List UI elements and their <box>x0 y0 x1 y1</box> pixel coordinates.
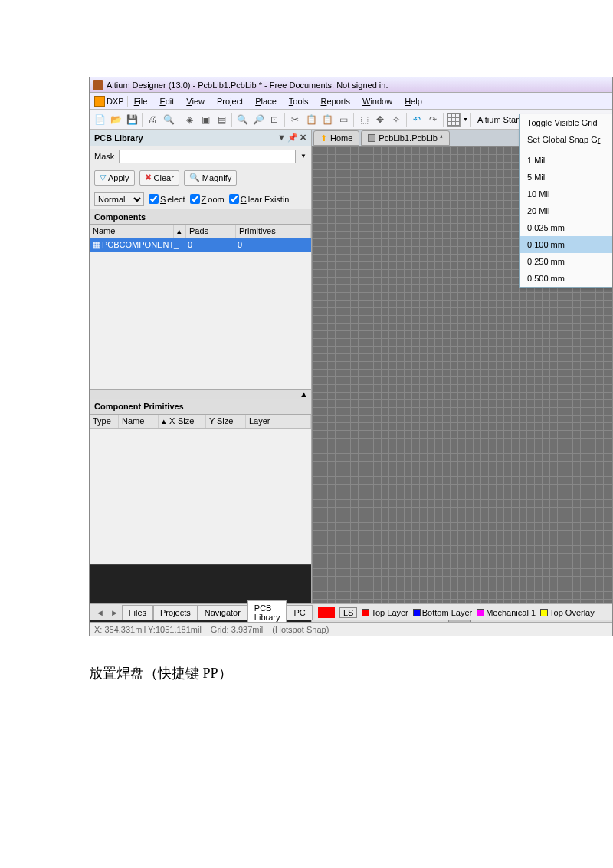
page-caption: 放置焊盘（快捷键 PP） <box>89 664 232 682</box>
menu-reports[interactable]: Reports <box>314 95 356 107</box>
layer-tabs: LS Top Layer Bottom Layer Mechanical 1 T… <box>315 603 612 620</box>
tabs-right-icon[interactable]: ► <box>107 608 122 617</box>
layer-ls[interactable]: LS <box>339 607 357 618</box>
zoom-area-icon[interactable]: 🔍 <box>235 113 249 127</box>
menu-edit[interactable]: Edit <box>153 95 180 107</box>
component-row[interactable]: ▦ PCBCOMPONENT_ 0 0 <box>90 238 311 252</box>
menu-5mil[interactable]: 5 Mil <box>520 169 612 186</box>
undo-icon[interactable]: ↶ <box>410 113 424 127</box>
new-icon[interactable]: 📄 <box>93 113 107 127</box>
menu-0025mm[interactable]: 0.025 mm <box>520 219 612 236</box>
components-section: Components <box>90 209 311 225</box>
menu-0500mm[interactable]: 0.500 mm <box>520 270 612 287</box>
grid-dropdown-icon[interactable]: ▼ <box>463 117 467 122</box>
copy-icon[interactable]: 📋 <box>304 113 318 127</box>
mask-label: Mask <box>94 152 114 161</box>
layer-current[interactable] <box>318 607 335 618</box>
components-table-header: Name ▴ Pads Primitives <box>90 225 311 238</box>
pcb-library-panel: PCB Library ▼📌✕ Mask ▼ ▽Apply ✖Clear 🔍Ma… <box>90 130 312 622</box>
layer-overlay[interactable]: Top Overlay <box>540 608 595 617</box>
open-icon[interactable]: 📂 <box>109 113 123 127</box>
cut-icon[interactable]: ✂ <box>288 113 302 127</box>
panel-header: PCB Library ▼📌✕ <box>90 130 311 146</box>
panel-menu-icon[interactable]: ▼ <box>277 133 286 143</box>
menu-help[interactable]: Help <box>398 95 428 107</box>
menu-toggle-grid[interactable]: Toggle Visible Grid <box>520 114 612 131</box>
primitives-section: Component Primitives <box>90 399 311 415</box>
menu-1mil[interactable]: 1 Mil <box>520 152 612 169</box>
print-icon[interactable]: 🖨 <box>146 113 159 127</box>
status-grid: Grid: 3.937mil <box>211 625 263 634</box>
menu-place[interactable]: Place <box>249 95 283 107</box>
panel-close-icon[interactable]: ✕ <box>300 133 306 143</box>
menu-0100mm[interactable]: 0.100 mm <box>520 236 612 253</box>
menu-window[interactable]: Window <box>356 95 398 107</box>
dxp-icon <box>94 96 105 107</box>
preview-icon[interactable]: 🔍 <box>162 113 175 127</box>
status-bar: X: 354.331mil Y:1051.181mil Grid: 3.937m… <box>90 622 612 636</box>
bottom-tabs: ◄ ► Files Projects Navigator PCB Library… <box>90 603 315 620</box>
menu-dxp[interactable]: DXP <box>91 96 128 107</box>
btab-pcblib[interactable]: PCB Library <box>247 600 287 624</box>
layer-top[interactable]: Top Layer <box>362 608 408 617</box>
app-window: Altium Designer (13.0) - PcbLib1.PcbLib … <box>89 77 613 636</box>
select-icon[interactable]: ⬚ <box>357 113 371 127</box>
layer-mech[interactable]: Mechanical 1 <box>477 608 536 617</box>
tab-pcblib[interactable]: PcbLib1.PcbLib * <box>361 130 450 146</box>
btab-files[interactable]: Files <box>122 605 153 620</box>
mask-mode-select[interactable]: Normal <box>94 192 144 206</box>
tab-home[interactable]: ⬆Home <box>313 130 359 146</box>
menu-project[interactable]: Project <box>211 95 249 107</box>
mask-dropdown-icon[interactable]: ▼ <box>300 153 306 159</box>
tool-icon[interactable]: ◈ <box>182 113 196 127</box>
menu-tools[interactable]: Tools <box>283 95 315 107</box>
grid-icon[interactable] <box>447 113 461 127</box>
clear-button[interactable]: ✖Clear <box>139 170 179 186</box>
select-checkbox[interactable]: Select <box>149 194 185 204</box>
grid-dropdown-menu: Toggle Visible Grid Set Global Snap Gr 1… <box>519 114 613 288</box>
menu-bar: DXP File Edit View Project Place Tools R… <box>90 93 612 110</box>
title-bar: Altium Designer (13.0) - PcbLib1.PcbLib … <box>90 77 612 93</box>
menu-view[interactable]: View <box>180 95 211 107</box>
splitter-icon[interactable]: ▲ <box>90 389 311 399</box>
paste-icon[interactable]: 📋 <box>320 113 334 127</box>
status-coord: X: 354.331mil Y:1051.181mil <box>94 625 202 634</box>
clear-existing-checkbox[interactable]: Clear Existin <box>229 194 290 204</box>
menu-file[interactable]: File <box>128 95 154 107</box>
cross-icon[interactable]: ✧ <box>389 113 403 127</box>
move-icon[interactable]: ✥ <box>373 113 387 127</box>
save-icon[interactable]: 💾 <box>125 113 139 127</box>
zoom-sel-icon[interactable]: ⊡ <box>267 113 281 127</box>
magnify-button[interactable]: 🔍Magnify <box>184 170 238 186</box>
apply-button[interactable]: ▽Apply <box>94 170 135 186</box>
btab-pc[interactable]: PC <box>287 605 312 620</box>
tool3-icon[interactable]: ▤ <box>215 113 228 127</box>
zoom-fit-icon[interactable]: 🔎 <box>251 113 265 127</box>
zoom-checkbox[interactable]: Zoom <box>190 194 225 204</box>
btab-projects[interactable]: Projects <box>153 605 198 620</box>
tabs-left-icon[interactable]: ◄ <box>93 608 107 617</box>
redo-icon[interactable]: ↷ <box>426 113 440 127</box>
rect-icon[interactable]: ▭ <box>336 113 350 127</box>
menu-0250mm[interactable]: 0.250 mm <box>520 253 612 270</box>
doc-icon <box>368 134 375 142</box>
menu-10mil[interactable]: 10 Mil <box>520 186 612 202</box>
panel-pin-icon[interactable]: 📌 <box>287 133 298 143</box>
status-snap: (Hotspot Snap) <box>272 625 329 634</box>
menu-20mil[interactable]: 20 Mil <box>520 202 612 219</box>
tool2-icon[interactable]: ▣ <box>198 113 212 127</box>
app-icon <box>93 80 103 90</box>
layer-bottom[interactable]: Bottom Layer <box>413 608 472 617</box>
btab-navigator[interactable]: Navigator <box>198 605 247 620</box>
primitives-table-header: Type Name ▴ X-Size Y-Size Layer <box>90 415 311 429</box>
window-title: Altium Designer (13.0) - PcbLib1.PcbLib … <box>107 81 388 90</box>
menu-set-global[interactable]: Set Global Snap Gr <box>520 131 612 148</box>
mask-input[interactable] <box>119 150 296 163</box>
